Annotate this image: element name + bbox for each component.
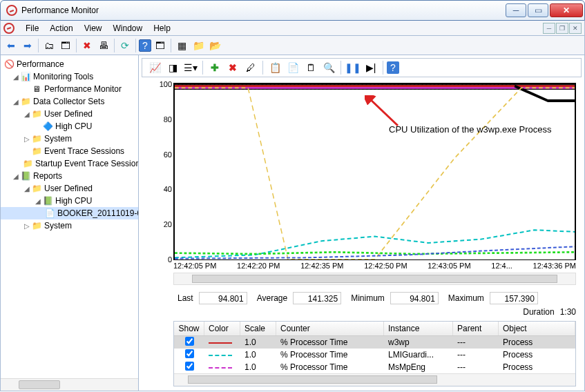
menu-file[interactable]: File [20, 23, 44, 33]
tree-data-collector-sets[interactable]: ◢📁Data Collector Sets [1, 95, 138, 108]
highlight-button[interactable]: 🖊 [242, 60, 259, 75]
tree-reports-system[interactable]: ▷📁System [1, 219, 138, 232]
nav-back-button[interactable]: ⬅ [3, 38, 19, 53]
tree-reports-user-defined[interactable]: ◢📁User Defined [1, 182, 138, 195]
chart-panel: 📈 ◨ ☰▾ ✚ ✖ 🖊 📋 📄 🗒 🔍 ❚❚ ▶| ? 100 [139, 55, 584, 391]
tree-panel: 🚫Performance ◢📊Monitoring Tools 🖥Perform… [1, 55, 139, 391]
folder-icon: 📁 [31, 220, 42, 231]
close-button[interactable]: ✕ [550, 3, 583, 17]
menu-help[interactable]: Help [148, 23, 176, 33]
collapse-icon[interactable]: ◢ [12, 173, 20, 180]
col-counter[interactable]: Counter [276, 322, 384, 335]
expand-icon[interactable]: ▷ [23, 222, 31, 230]
collapse-icon[interactable]: ◢ [23, 185, 31, 193]
snapshot-button[interactable]: ▦ [174, 38, 189, 53]
minimize-button[interactable]: ─ [506, 3, 526, 17]
remove-counter-button[interactable]: ✖ [224, 60, 241, 75]
collapse-icon[interactable]: ◢ [34, 197, 42, 205]
stat-min-label: Minimum [351, 293, 385, 303]
show-hide-tree-button[interactable]: 🗂 [41, 38, 57, 53]
collapse-icon[interactable]: ◢ [12, 73, 20, 81]
cell-parent: --- [453, 337, 499, 348]
cell-scale: 1.0 [240, 337, 276, 348]
delete-button[interactable]: ✖ [79, 38, 95, 53]
tree-report-booker[interactable]: 📄BOOKER_20111019-000001 [1, 207, 138, 219]
zoom-button[interactable]: 🔍 [320, 60, 337, 75]
col-parent[interactable]: Parent [453, 322, 499, 335]
perfmon-icon: 🚫 [3, 59, 15, 70]
properties-chart-button[interactable]: 🗒 [303, 60, 319, 75]
folder-icon: 📁 [23, 158, 33, 169]
mdi-minimize[interactable]: ─ [543, 23, 555, 34]
step-button[interactable]: ▶| [363, 60, 379, 75]
tree-monitoring-tools[interactable]: ◢📊Monitoring Tools [1, 70, 138, 83]
folder-icon: 📊 [20, 71, 31, 82]
pause-button[interactable]: ❚❚ [345, 60, 361, 75]
tree-high-cpu[interactable]: 🔷High CPU [1, 120, 138, 133]
collapse-icon[interactable]: ◢ [12, 98, 20, 106]
menu-action[interactable]: Action [44, 23, 78, 33]
properties-button[interactable]: 🗔 [58, 38, 73, 53]
view-chart-button[interactable]: 📈 [146, 60, 163, 75]
folder-icon: 📁 [31, 146, 42, 157]
main-toolbar: ⬅ ➡ 🗂 🗔 ✖ 🖶 ⟳ ? 🗔 ▦ 📁 📂 [0, 36, 585, 55]
tree-reports[interactable]: ◢📗Reports [1, 170, 138, 182]
counter-color-swatch [209, 355, 232, 356]
col-show[interactable]: Show [174, 322, 204, 335]
folder-icon: 📁 [31, 133, 42, 144]
expand-icon[interactable]: ▷ [23, 135, 31, 143]
tree-perf-monitor[interactable]: 🖥Performance Monitor [1, 83, 138, 95]
tree-horizontal-scrollbar[interactable] [1, 378, 138, 391]
copy-button[interactable]: 📋 [267, 60, 283, 75]
report-item-icon: 📄 [45, 208, 55, 219]
chart-plot-area[interactable]: 100 80 60 40 20 0 [173, 83, 576, 260]
dcs-icon: 📁 [20, 96, 31, 107]
counters-horizontal-scrollbar[interactable] [174, 373, 575, 386]
counter-color-swatch [209, 342, 232, 344]
counter-show-checkbox[interactable] [185, 362, 194, 371]
tree-event-trace[interactable]: 📁Event Trace Sessions [1, 145, 138, 157]
view-report-button[interactable]: ☰▾ [182, 60, 199, 75]
col-instance[interactable]: Instance [384, 322, 453, 335]
counter-row[interactable]: 1.0 % Processor Time w3wp --- Process [174, 336, 575, 349]
help-button[interactable]: ? [139, 39, 151, 52]
stat-duration-value: 1:30 [560, 307, 576, 317]
counter-show-checkbox[interactable] [185, 349, 194, 358]
refresh-button[interactable]: ⟳ [117, 38, 133, 53]
collector-icon: 🔷 [42, 121, 53, 132]
collapse-icon[interactable]: ◢ [23, 110, 31, 118]
tree-startup-event-trace[interactable]: 📁Startup Event Trace Sessions [1, 157, 138, 170]
menu-window[interactable]: Window [108, 23, 148, 33]
mdi-restore[interactable]: ❐ [556, 23, 568, 34]
chart-help-button[interactable]: ? [387, 61, 399, 74]
view-histogram-button[interactable]: ◨ [164, 60, 181, 75]
window-title: Performance Monitor [21, 6, 506, 15]
add-counter-button[interactable]: ✚ [207, 60, 223, 75]
time-range-scrollbar[interactable] [173, 273, 576, 285]
nav-forward-button[interactable]: ➡ [20, 38, 35, 53]
stat-max-label: Maximum [448, 293, 484, 303]
open-folder-button[interactable]: 📁 [191, 38, 206, 53]
cell-object: Process [499, 337, 575, 348]
monitor-icon: 🖥 [31, 84, 42, 95]
col-scale[interactable]: Scale [240, 322, 276, 335]
counter-row[interactable]: 1.0 % Processor Time LMIGuardi... --- Pr… [174, 349, 575, 361]
paste-button[interactable]: 📄 [285, 60, 301, 75]
tree-reports-high-cpu[interactable]: ◢📗High CPU [1, 195, 138, 207]
col-color[interactable]: Color [204, 322, 240, 335]
tree-user-defined[interactable]: ◢📁User Defined [1, 108, 138, 120]
col-object[interactable]: Object [499, 322, 575, 335]
navigation-tree[interactable]: 🚫Performance ◢📊Monitoring Tools 🖥Perform… [1, 55, 138, 378]
mdi-close[interactable]: ✕ [569, 23, 582, 34]
counter-show-checkbox[interactable] [185, 337, 194, 346]
tree-root[interactable]: 🚫Performance [1, 58, 138, 70]
maximize-button[interactable]: ▭ [528, 3, 548, 17]
menu-view[interactable]: View [79, 23, 108, 33]
stat-last-label: Last [178, 293, 193, 303]
print-button[interactable]: 🖶 [96, 38, 111, 53]
console-button[interactable]: 🗔 [153, 38, 168, 53]
counter-row[interactable]: 1.0 % Processor Time MsMpEng --- Process [174, 361, 575, 373]
counters-header[interactable]: Show Color Scale Counter Instance Parent… [174, 322, 575, 336]
tree-system[interactable]: ▷📁System [1, 133, 138, 145]
new-folder-button[interactable]: 📂 [207, 38, 222, 53]
